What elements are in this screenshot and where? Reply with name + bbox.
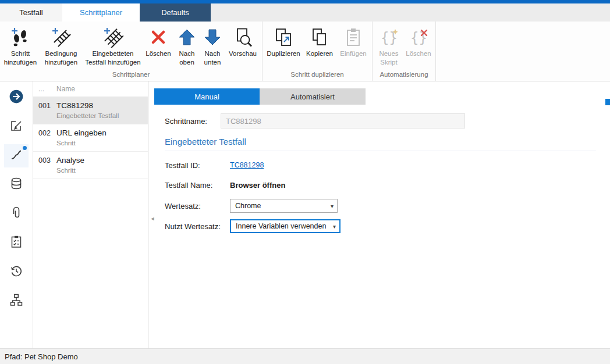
rail-item-data[interactable] bbox=[4, 173, 29, 197]
tab-defaults[interactable]: Defaults bbox=[140, 3, 211, 22]
button-label: Löschen bbox=[406, 49, 431, 58]
button-label: Nach unten bbox=[201, 49, 224, 67]
step-title: URL eingeben bbox=[56, 129, 107, 137]
testfall-name-label: Testfall Name: bbox=[165, 181, 230, 190]
ribbon-group-automatisierung: {} Neues Skript {} Löschen bbox=[373, 22, 436, 81]
status-path-text: Pfad: Pet Shop Demo bbox=[5, 352, 78, 361]
new-script-braces-icon: {} bbox=[378, 27, 399, 48]
checklist-clipboard-icon bbox=[9, 235, 23, 251]
route-steps-icon bbox=[9, 148, 23, 164]
ribbon: Schritt hinzufügen Bedingung hinzufügen bbox=[0, 22, 610, 81]
step-subtitle: Eingebetteter Testfall bbox=[56, 112, 119, 119]
button-label: Vorschau bbox=[229, 49, 257, 58]
step-number: 003 bbox=[33, 156, 56, 174]
column-header-number: ... bbox=[33, 85, 56, 93]
preview-magnifier-icon bbox=[232, 27, 253, 48]
duplicate-pages-icon bbox=[273, 27, 294, 48]
add-embedded-testcase-button[interactable]: Eingebetteten Testfall hinzufügen bbox=[83, 26, 143, 67]
tab-strip-accent bbox=[605, 99, 610, 105]
ribbon-tab-bar: Testfall Schrittplaner Defaults bbox=[0, 3, 610, 22]
new-script-button[interactable]: {} Neues Skript bbox=[374, 26, 403, 67]
paste-clipboard-icon bbox=[343, 27, 364, 48]
ribbon-group-label: Schritt duplizieren bbox=[264, 69, 370, 81]
add-step-button[interactable]: Schritt hinzufügen bbox=[2, 26, 39, 67]
wertesatz-select[interactable]: Chrome ▾ bbox=[230, 199, 338, 213]
step-subtitle: Schritt bbox=[56, 140, 107, 147]
move-up-button[interactable]: Nach oben bbox=[174, 26, 200, 67]
paste-button[interactable]: Einfügen bbox=[336, 26, 370, 58]
rail-item-checklist[interactable] bbox=[4, 231, 29, 255]
step-subtitle: Schritt bbox=[56, 167, 84, 174]
history-clock-icon bbox=[9, 264, 23, 280]
rail-item-hierarchy[interactable] bbox=[4, 290, 29, 313]
step-detail-form: Schrittname: TC881298 Eingebetteter Test… bbox=[165, 113, 596, 238]
step-title: TC881298 bbox=[56, 101, 119, 110]
button-label: Nach oben bbox=[175, 49, 198, 67]
tab-schrittplaner[interactable]: Schrittplaner bbox=[62, 3, 140, 22]
step-row-003[interactable]: 003 Analyse Schritt bbox=[33, 152, 148, 179]
ribbon-group-schritt-duplizieren: Duplizieren Kopieren bbox=[263, 22, 373, 81]
chevron-down-icon: ▾ bbox=[333, 223, 336, 230]
step-row-001[interactable]: 001 TC881298 Eingebetteter Testfall bbox=[33, 97, 148, 124]
copy-pages-icon bbox=[309, 27, 330, 48]
step-number: 002 bbox=[33, 129, 56, 147]
rail-item-step-planner[interactable] bbox=[4, 144, 29, 167]
preview-button[interactable]: Vorschau bbox=[225, 26, 260, 58]
duplicate-button[interactable]: Duplizieren bbox=[264, 26, 303, 58]
tab-automatisiert[interactable]: Automatisiert bbox=[260, 88, 366, 105]
chevron-down-icon: ▾ bbox=[331, 203, 334, 209]
delete-step-button[interactable]: Löschen bbox=[143, 26, 174, 58]
edit-pencil-icon bbox=[9, 119, 23, 135]
button-label: Löschen bbox=[146, 49, 171, 58]
notification-dot bbox=[23, 146, 27, 150]
add-condition-button[interactable]: Bedingung hinzufügen bbox=[39, 26, 83, 67]
delete-script-button[interactable]: {} Löschen bbox=[403, 26, 434, 58]
nutzt-wertesatz-label: Nutzt Wertesatz: bbox=[165, 222, 230, 231]
paperclip-icon bbox=[9, 206, 23, 222]
button-label: Einfügen bbox=[340, 49, 366, 58]
wertesatz-label: Wertesatz: bbox=[165, 202, 230, 210]
arrow-down-icon bbox=[202, 27, 223, 48]
button-label: Schritt hinzufügen bbox=[3, 49, 38, 67]
delete-script-braces-icon: {} bbox=[408, 27, 429, 48]
step-number: 001 bbox=[33, 101, 56, 119]
condition-tracks-add-icon bbox=[51, 27, 72, 48]
footsteps-add-icon bbox=[10, 27, 31, 48]
move-down-button[interactable]: Nach unten bbox=[200, 26, 225, 67]
copy-button[interactable]: Kopieren bbox=[303, 26, 336, 58]
detail-tabs: Manual Automatisiert bbox=[154, 88, 366, 105]
collapse-panel-handle[interactable]: ◄ bbox=[150, 216, 155, 222]
button-label: Kopieren bbox=[306, 49, 333, 58]
wertesatz-selected-value: Chrome bbox=[235, 202, 261, 210]
nutzt-wertesatz-select[interactable]: Innere Variablen verwenden ▾ bbox=[230, 219, 341, 233]
arrow-right-circle-icon bbox=[9, 89, 24, 106]
rail-item-edit[interactable] bbox=[4, 115, 29, 138]
tab-manual[interactable]: Manual bbox=[154, 88, 260, 105]
ribbon-group-schrittplaner: Schritt hinzufügen Bedingung hinzufügen bbox=[0, 22, 263, 81]
delete-x-icon bbox=[148, 27, 169, 48]
step-list-panel: ... Name 001 TC881298 Eingebetteter Test… bbox=[33, 81, 148, 348]
button-label: Duplizieren bbox=[267, 49, 300, 58]
step-row-002[interactable]: 002 URL eingeben Schritt bbox=[33, 124, 148, 152]
rail-item-history[interactable] bbox=[4, 260, 29, 284]
testfall-id-link[interactable]: TC881298 bbox=[230, 161, 264, 169]
ribbon-group-label: Automatisierung bbox=[374, 69, 434, 81]
column-header-name: Name bbox=[56, 85, 75, 93]
section-title-eingebetteter-testfall: Eingebetteter Testfall bbox=[165, 137, 596, 151]
rail-item-navigate[interactable] bbox=[4, 86, 29, 109]
button-label: Neues Skript bbox=[375, 49, 402, 67]
tab-testfall[interactable]: Testfall bbox=[0, 3, 62, 22]
nutzt-wertesatz-selected-value: Innere Variablen verwenden bbox=[236, 222, 326, 230]
button-label: Bedingung hinzufügen bbox=[40, 49, 82, 67]
step-title: Analyse bbox=[56, 156, 84, 165]
ribbon-group-label: Schrittplaner bbox=[2, 69, 260, 81]
testfall-name-value: Browser öffnen bbox=[230, 181, 285, 190]
testfall-id-label: Testfall ID: bbox=[165, 161, 230, 170]
rail-item-attachments[interactable] bbox=[4, 202, 29, 226]
step-detail-panel: Manual Automatisiert ◄ Schrittname: TC88… bbox=[149, 81, 610, 348]
embedded-testcase-add-icon bbox=[102, 27, 123, 48]
step-list-header: ... Name bbox=[33, 81, 148, 97]
button-label: Eingebetteten Testfall hinzufügen bbox=[84, 49, 141, 67]
schrittname-input[interactable]: TC881298 bbox=[221, 113, 465, 129]
sitemap-icon bbox=[9, 293, 23, 309]
